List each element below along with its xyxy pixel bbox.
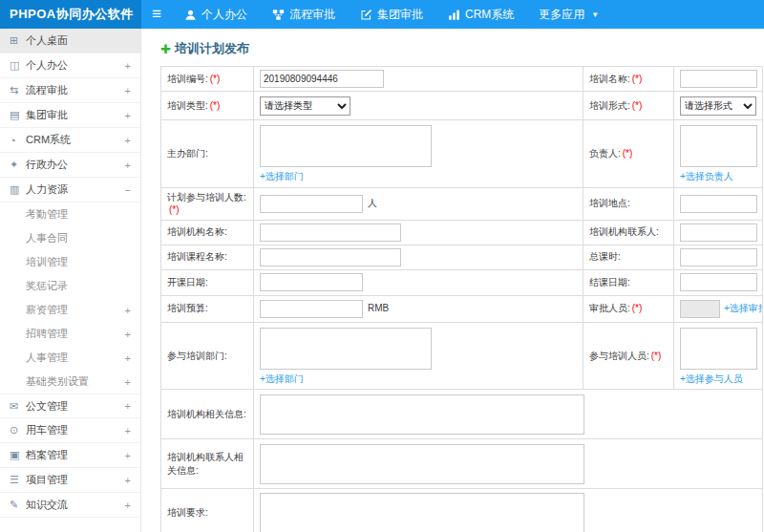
- sidebar-item-recruitment-mgmt[interactable]: 招聘管理 +: [0, 322, 140, 346]
- select-leader-link[interactable]: +选择负责人: [680, 170, 733, 183]
- field-label: 培训名称:(*): [584, 67, 674, 91]
- sidebar-item-vehicle-mgmt[interactable]: ⊙ 用车管理 +: [0, 418, 140, 443]
- sidebar-item-salary-mgmt[interactable]: 薪资管理 +: [0, 298, 140, 322]
- training-location-input[interactable]: [680, 195, 757, 213]
- main-layout: ⊞ 个人桌面 ◫ 个人办公 + ⇆ 流程审批 + ▤ 集团审批 + ◔ CRM系…: [0, 29, 764, 532]
- select-participants-link[interactable]: +选择参与人员: [680, 372, 743, 386]
- caret-down-icon: ▼: [591, 11, 599, 19]
- expand-plus-icon[interactable]: +: [125, 400, 131, 412]
- total-hours-input[interactable]: [680, 248, 757, 266]
- expand-plus-icon[interactable]: +: [125, 305, 131, 316]
- sidebar-item-group-approval[interactable]: ▤ 集团审批 +: [0, 103, 140, 128]
- top-menu-group-approval[interactable]: 集团审批: [348, 0, 435, 29]
- add-icon: ✚: [160, 42, 171, 56]
- approver-input[interactable]: [680, 300, 720, 318]
- expand-plus-icon[interactable]: +: [125, 376, 131, 388]
- field-label: 培训机构联系人:: [584, 221, 674, 245]
- sidebar-item-project-mgmt[interactable]: ☰ 项目管理 +: [0, 468, 140, 493]
- top-menu-more-apps[interactable]: 更多应用 ▼: [526, 0, 611, 29]
- sidebar-item-training-mgmt[interactable]: 培训管理: [0, 250, 140, 274]
- sidebar-item-personal-office[interactable]: ◫ 个人办公 +: [0, 53, 140, 78]
- training-form-select[interactable]: 请选择形式: [680, 96, 756, 116]
- field-cell: [254, 221, 584, 245]
- start-date-input[interactable]: [260, 273, 363, 291]
- form-row: 培训机构联系人相关信息:: [161, 439, 762, 489]
- sidebar-item-attendance-mgmt[interactable]: 考勤管理: [0, 202, 140, 226]
- top-menu: 个人办公 流程审批 集团审批 CRM系统 更多应用 ▼: [172, 0, 611, 29]
- participating-personnel-textarea[interactable]: [680, 328, 757, 370]
- participating-departments-textarea[interactable]: [260, 328, 432, 370]
- sidebar-item-workflow-approval[interactable]: ⇆ 流程审批 +: [0, 78, 140, 103]
- training-budget-input[interactable]: [260, 300, 363, 318]
- top-menu-label: 更多应用: [539, 7, 584, 23]
- field-label: 培训形式:(*): [584, 92, 674, 119]
- expand-plus-icon[interactable]: +: [125, 475, 131, 486]
- sidebar-item-document-mgmt[interactable]: ✉ 公文管理 +: [0, 394, 140, 418]
- training-org-info-textarea[interactable]: [260, 394, 584, 435]
- select-department-link[interactable]: +选择部门: [260, 170, 304, 183]
- field-label: 培训地点:: [584, 188, 674, 220]
- field-label: 培训机构相关信息:: [161, 390, 254, 438]
- sidebar-item-hr-contract[interactable]: 人事合同: [0, 226, 140, 250]
- sidebar-item-personal-desktop[interactable]: ⊞ 个人桌面: [0, 29, 140, 53]
- field-cell: 请选择类型: [254, 92, 584, 119]
- select-participating-department-link[interactable]: +选择部门: [260, 372, 304, 386]
- planned-participants-input[interactable]: [260, 195, 363, 213]
- sidebar-item-personnel-mgmt[interactable]: 人事管理 +: [0, 346, 140, 370]
- host-department-textarea[interactable]: [260, 125, 432, 167]
- expand-plus-icon[interactable]: +: [125, 110, 131, 121]
- training-org-contact-info-textarea[interactable]: [260, 444, 584, 484]
- sidebar-item-admin-office[interactable]: ✦ 行政办公 +: [0, 153, 140, 178]
- top-menu-crm-system[interactable]: CRM系统: [435, 0, 526, 29]
- top-menu-workflow-approval[interactable]: 流程审批: [260, 0, 348, 29]
- top-menu-label: 流程审批: [289, 7, 335, 23]
- top-menu-label: 集团审批: [377, 7, 423, 23]
- field-cell: [674, 270, 762, 295]
- field-cell: +选择参与人员: [674, 323, 762, 390]
- app-logo: PHPOA协同办公软件: [0, 0, 141, 29]
- project-icon: ☰: [10, 474, 26, 486]
- training-name-input[interactable]: [680, 70, 757, 88]
- required-mark: (*): [651, 350, 662, 363]
- field-cell: +选择部门: [254, 120, 584, 187]
- expand-plus-icon[interactable]: +: [125, 135, 131, 146]
- form-row: 培训预算: RMB 审批人员:(*) +选择审批人员: [161, 296, 762, 323]
- sidebar-item-crm-system[interactable]: ◔ CRM系统 +: [0, 128, 140, 153]
- training-org-contact-input[interactable]: [680, 223, 757, 242]
- leader-textarea[interactable]: [680, 125, 757, 167]
- field-label: 开课日期:: [161, 270, 254, 295]
- field-label: 审批人员:(*): [584, 296, 674, 322]
- sidebar-item-reward-punishment[interactable]: 奖惩记录: [0, 274, 140, 298]
- required-mark: (*): [210, 73, 221, 86]
- hamburger-menu-icon[interactable]: ≡: [141, 0, 172, 29]
- expand-plus-icon[interactable]: +: [125, 160, 131, 171]
- field-cell: +选择审批人员: [674, 296, 762, 322]
- currency-suffix: RMB: [368, 302, 389, 315]
- field-cell: [674, 221, 762, 245]
- top-menu-personal-office[interactable]: 个人办公: [172, 0, 260, 29]
- training-type-select[interactable]: 请选择类型: [260, 96, 350, 116]
- expand-plus-icon[interactable]: +: [125, 450, 131, 461]
- expand-plus-icon[interactable]: +: [125, 352, 131, 364]
- training-course-name-input[interactable]: [260, 248, 401, 266]
- sidebar-item-human-resources[interactable]: ▥ 人力资源 −: [0, 178, 140, 202]
- form-row: 培训机构相关信息:: [161, 390, 762, 439]
- expand-plus-icon[interactable]: +: [125, 425, 131, 436]
- field-cell: +选择部门: [254, 323, 584, 390]
- collapse-minus-icon[interactable]: −: [125, 184, 131, 196]
- expand-plus-icon[interactable]: +: [125, 60, 131, 72]
- training-number-input[interactable]: [260, 70, 384, 88]
- select-approver-link[interactable]: +选择审批人员: [724, 302, 762, 315]
- sidebar-item-basic-category-settings[interactable]: 基础类别设置 +: [0, 370, 140, 394]
- training-org-name-input[interactable]: [260, 223, 401, 242]
- sidebar-item-knowledge-exchange[interactable]: ✎ 知识交流 +: [0, 493, 140, 518]
- sidebar-item-archive-mgmt[interactable]: ▣ 档案管理 +: [0, 443, 140, 468]
- expand-plus-icon[interactable]: +: [125, 329, 131, 340]
- expand-plus-icon[interactable]: +: [125, 500, 131, 511]
- training-requirements-textarea[interactable]: [260, 493, 584, 532]
- field-label: 培训编号:(*): [161, 67, 254, 91]
- expand-plus-icon[interactable]: +: [125, 85, 131, 96]
- vehicle-icon: ⊙: [10, 424, 26, 436]
- topbar: PHPOA协同办公软件 ≡ 个人办公 流程审批 集团审批 CRM系统 更多应用 …: [0, 0, 764, 29]
- end-date-input[interactable]: [680, 273, 757, 291]
